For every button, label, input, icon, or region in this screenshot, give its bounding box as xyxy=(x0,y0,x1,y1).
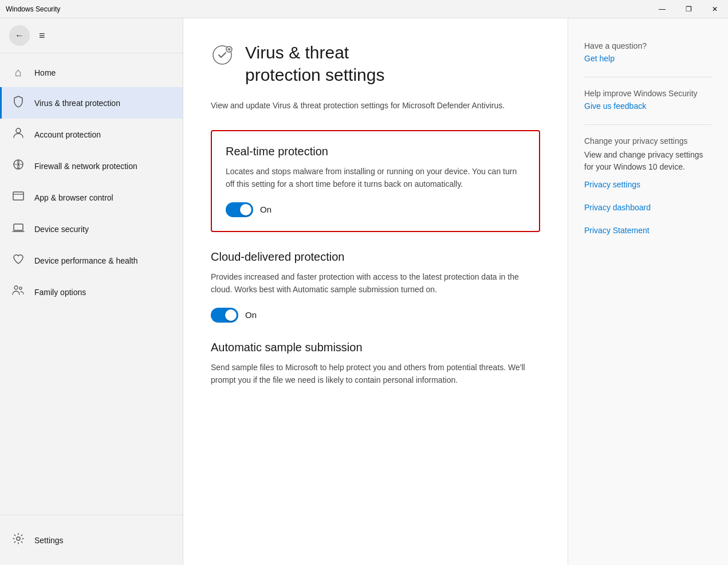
cloud-toggle[interactable] xyxy=(211,308,238,323)
heart-icon xyxy=(11,253,25,268)
sidebar-item-family[interactable]: Family options xyxy=(0,276,183,308)
titlebar: Windows Security — ❐ ✕ xyxy=(0,0,728,18)
improve-title: Help improve Windows Security xyxy=(584,89,712,98)
sidebar-item-settings[interactable]: Settings xyxy=(0,524,183,556)
settings-icon xyxy=(11,532,25,548)
privacy-title: Change your privacy settings xyxy=(584,136,712,146)
toggle-thumb xyxy=(240,204,251,215)
sidebar-item-device-health[interactable]: Device performance & health xyxy=(0,245,183,276)
app-body: ← ≡ ⌂ Home Virus & threat protection xyxy=(0,18,728,565)
get-help-link[interactable]: Get help xyxy=(584,54,712,63)
main-content: Virus & threatprotection settings View a… xyxy=(183,18,568,565)
sidebar: ← ≡ ⌂ Home Virus & threat protection xyxy=(0,18,183,565)
sample-submission-section: Automatic sample submission Send sample … xyxy=(211,341,540,387)
sidebar-item-firewall[interactable]: Firewall & network protection xyxy=(0,150,183,182)
svg-point-0 xyxy=(16,128,21,133)
firewall-icon xyxy=(11,158,25,174)
sidebar-bottom: Settings xyxy=(0,515,183,565)
sidebar-item-label: Firewall & network protection xyxy=(34,162,137,171)
sidebar-item-device-security[interactable]: Device security xyxy=(0,213,183,245)
feedback-link[interactable]: Give us feedback xyxy=(584,101,712,111)
cloud-toggle-label: On xyxy=(245,310,257,320)
cloud-protection-section: Cloud-delivered protection Provides incr… xyxy=(211,250,540,323)
page-title: Virus & threatprotection settings xyxy=(245,41,384,86)
page-icon xyxy=(211,44,234,70)
realtime-toggle-row: On xyxy=(226,202,525,217)
cloud-toggle-row: On xyxy=(211,308,540,323)
svg-point-6 xyxy=(19,287,22,289)
realtime-protection-card: Real-time protection Locates and stops m… xyxy=(211,130,540,232)
close-button[interactable]: ✕ xyxy=(702,0,728,18)
svg-point-7 xyxy=(17,537,20,540)
privacy-statement-link[interactable]: Privacy Statement xyxy=(584,226,712,235)
restore-button[interactable]: ❐ xyxy=(675,0,702,18)
titlebar-title: Windows Security xyxy=(6,5,60,13)
sidebar-item-label: Virus & threat protection xyxy=(34,99,120,108)
back-button[interactable]: ← xyxy=(9,25,30,46)
home-icon: ⌂ xyxy=(11,66,25,79)
sidebar-top: ← ≡ xyxy=(0,18,183,53)
sidebar-nav: ⌂ Home Virus & threat protection xyxy=(0,53,183,515)
sidebar-item-label: Device performance & health xyxy=(34,256,138,265)
sidebar-item-account[interactable]: Account protection xyxy=(0,119,183,150)
minimize-button[interactable]: — xyxy=(649,0,675,18)
cloud-desc: Provides increased and faster protection… xyxy=(211,270,540,296)
realtime-desc: Locates and stops malware from installin… xyxy=(226,165,525,191)
sidebar-item-label: Family options xyxy=(34,288,86,297)
hamburger-icon: ≡ xyxy=(39,30,45,41)
toggle-thumb xyxy=(225,309,237,321)
sidebar-item-label: App & browser control xyxy=(34,193,113,202)
realtime-toggle-label: On xyxy=(260,205,271,214)
sidebar-item-label: Account protection xyxy=(34,130,101,139)
page-subtitle: View and update Virus & threat protectio… xyxy=(211,100,540,112)
shield-icon xyxy=(11,95,25,111)
realtime-title: Real-time protection xyxy=(226,145,525,158)
sidebar-item-label: Home xyxy=(34,68,56,77)
sidebar-item-label: Device security xyxy=(34,225,89,234)
account-icon xyxy=(11,127,25,142)
sidebar-item-home[interactable]: ⌂ Home xyxy=(0,58,183,87)
realtime-toggle[interactable] xyxy=(226,202,253,217)
sample-desc: Send sample files to Microsoft to help p… xyxy=(211,361,540,387)
divider-1 xyxy=(584,77,712,77)
browser-icon xyxy=(11,190,25,205)
divider-2 xyxy=(584,124,712,125)
hamburger-button[interactable]: ≡ xyxy=(37,28,48,44)
panel-question: Have a question? xyxy=(584,41,712,50)
cloud-title: Cloud-delivered protection xyxy=(211,250,540,264)
privacy-dashboard-link[interactable]: Privacy dashboard xyxy=(584,203,712,212)
privacy-desc: View and change privacy settings for you… xyxy=(584,149,712,173)
sidebar-item-browser[interactable]: App & browser control xyxy=(0,182,183,213)
svg-rect-2 xyxy=(13,192,23,200)
svg-point-5 xyxy=(14,286,18,289)
sample-title: Automatic sample submission xyxy=(211,341,540,354)
laptop-icon xyxy=(11,221,25,237)
titlebar-controls: — ❐ ✕ xyxy=(649,0,728,18)
back-icon: ← xyxy=(15,30,24,41)
sidebar-item-virus[interactable]: Virus & threat protection xyxy=(0,87,183,119)
family-icon xyxy=(11,284,25,300)
right-panel: Have a question? Get help Help improve W… xyxy=(568,18,728,565)
content-header: Virus & threatprotection settings xyxy=(211,41,540,86)
privacy-settings-link[interactable]: Privacy settings xyxy=(584,180,712,189)
settings-label: Settings xyxy=(34,536,64,545)
svg-rect-4 xyxy=(14,224,23,230)
